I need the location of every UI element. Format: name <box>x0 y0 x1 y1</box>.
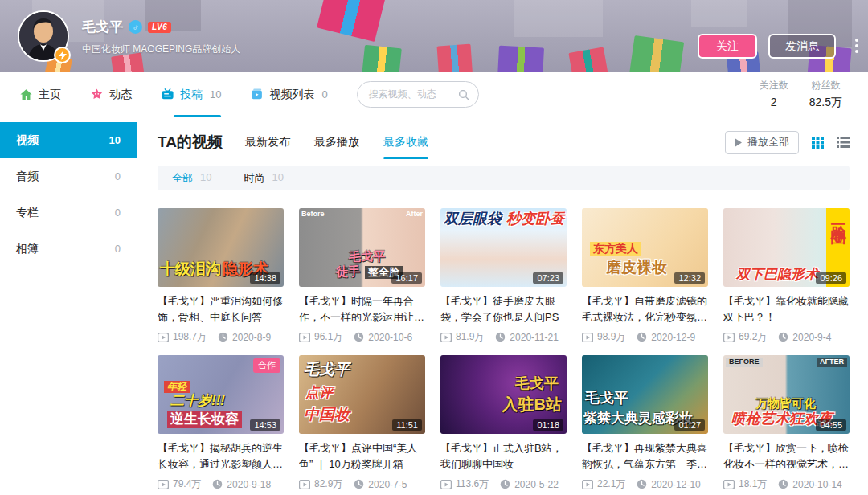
video-duration: 14:53 <box>250 419 280 431</box>
video-title[interactable]: 【毛戈平】自带磨皮滤镜的毛式裸妆法，化完秒变氛围感美女 <box>582 293 708 325</box>
follow-button[interactable]: 关注 <box>698 34 757 59</box>
tab-contributions[interactable]: 投稿 10 <box>161 72 221 117</box>
video-card[interactable]: 09:26 脸小一圈双下巴隐形术 【毛戈平】靠化妆就能隐藏双下巴？！ 69.2万… <box>723 208 850 344</box>
video-card[interactable]: 07:23 双层眼袋秒变卧蚕 【毛戈平】徒手磨皮去眼袋，学会了你也是人间PS 8… <box>440 208 567 344</box>
gift-box-decoration <box>497 46 544 72</box>
list-view-icon[interactable] <box>837 137 850 148</box>
gift-box-decoration <box>568 47 608 72</box>
video-meta: 81.9万 2020-11-21 <box>440 330 567 344</box>
sidebar-item-articles[interactable]: 专栏 0 <box>0 194 137 231</box>
publish-date: 2020-9-18 <box>212 479 271 490</box>
filter-all[interactable]: 全部 10 <box>172 171 211 186</box>
search-input[interactable]: 搜索视频、动态 <box>357 81 479 108</box>
video-duration: 14:38 <box>250 272 280 284</box>
gift-box-decoration <box>629 35 684 72</box>
tab-video-list[interactable]: 视频列表 0 <box>250 72 327 117</box>
video-thumbnail[interactable]: 14:38 十级泪沟隐形术 <box>158 208 284 287</box>
publish-date: 2020-9-4 <box>778 332 831 343</box>
clock-icon <box>778 332 788 342</box>
video-title[interactable]: 【毛戈平】时隔一年再合作，不一样的光影运用让徐老师更俏丽可爱 <box>299 293 425 325</box>
video-title[interactable]: 【毛戈平】点评中国“美人鱼” ｜ 10万粉奖牌开箱 <box>299 440 425 472</box>
video-thumbnail[interactable]: 01:18 毛戈平入驻B站 <box>440 355 567 434</box>
video-thumbnail[interactable]: 01:27 毛戈平紫禁大典灵感彩妆 <box>582 355 708 434</box>
video-duration: 11:51 <box>392 419 422 431</box>
sort-tab-most-played[interactable]: 最多播放 <box>314 129 359 156</box>
video-card[interactable]: 01:18 毛戈平入驻B站 【毛戈平】正式入驻B站，我们聊聊中国妆 113.6万… <box>440 355 567 491</box>
clock-icon <box>637 332 647 342</box>
video-meta: 82.9万 2020-7-5 <box>299 477 425 491</box>
video-thumbnail[interactable]: 07:23 双层眼袋秒变卧蚕 <box>440 208 567 287</box>
banner-decoration <box>514 0 603 37</box>
video-meta: 69.2万 2020-9-4 <box>723 330 850 344</box>
contributions-icon <box>161 88 174 101</box>
thumbnail-overlay-text: 毛戈平 <box>349 250 385 264</box>
play-count: 18.1万 <box>723 477 767 491</box>
send-message-button[interactable]: 发消息 <box>768 34 836 59</box>
play-count-icon <box>440 333 452 342</box>
video-thumbnail[interactable]: 11:51 毛戈平点评中国妆 <box>299 355 425 434</box>
publish-date: 2020-5-22 <box>500 479 559 490</box>
video-title[interactable]: 【毛戈平】揭秘胡兵的逆生长妆容，通过光影塑颜人人都是20岁 <box>158 440 284 472</box>
tab-home[interactable]: 主页 <box>19 72 61 117</box>
thumbnail-overlay-text: After <box>406 211 423 219</box>
video-thumbnail[interactable]: 14:53 合作年轻二十岁!!!逆生长妆容 <box>158 355 284 434</box>
user-avatar[interactable] <box>18 10 69 62</box>
play-count: 69.2万 <box>723 330 767 344</box>
publish-date: 2020-10-6 <box>354 332 412 343</box>
video-title[interactable]: 【毛戈平】欣赏一下，喷枪化妆不一样的视觉艺术，来自杭州毛戈平 <box>723 440 850 472</box>
video-thumbnail[interactable]: 12:32 东方美人磨皮裸妆 <box>582 208 708 287</box>
video-thumbnail[interactable]: 16:17 BeforeAfter毛戈平徒手整全脸 <box>299 208 425 287</box>
thumbnail-overlay-text: 万物皆可化 <box>755 397 816 411</box>
level-badge: LV6 <box>148 22 171 33</box>
sidebar-item-video[interactable]: 视频 10 <box>0 122 137 158</box>
video-meta: 22.1万 2020-12-10 <box>582 477 708 491</box>
publish-date: 2020-8-9 <box>218 332 271 343</box>
video-card[interactable]: 04:55 BEFOREAFTER万物皆可化喷枪艺术狂欢夜 【毛戈平】欣赏一下，… <box>723 355 850 491</box>
play-count-icon <box>723 333 735 342</box>
video-title[interactable]: 【毛戈平】靠化妆就能隐藏双下巴？！ <box>723 293 850 325</box>
grid-view-icon[interactable] <box>812 137 824 149</box>
following-stat[interactable]: 关注数 2 <box>760 79 788 110</box>
play-all-button[interactable]: 播放全部 <box>725 131 799 154</box>
thumbnail-overlay-text: 年轻 <box>164 381 190 393</box>
publish-date: 2020-12-10 <box>637 479 700 490</box>
video-card[interactable]: 14:53 合作年轻二十岁!!!逆生长妆容 【毛戈平】揭秘胡兵的逆生长妆容，通过… <box>158 355 284 491</box>
video-duration: 01:18 <box>533 419 563 431</box>
play-count-icon <box>582 480 593 489</box>
video-meta: 18.1万 2020-10-14 <box>723 477 850 491</box>
video-thumbnail[interactable]: 09:26 脸小一圈双下巴隐形术 <box>723 208 850 287</box>
clock-icon <box>495 332 506 342</box>
collab-badge: 合作 <box>253 358 280 373</box>
clock-icon <box>778 479 788 489</box>
video-card[interactable]: 16:17 BeforeAfter毛戈平徒手整全脸 【毛戈平】时隔一年再合作，不… <box>299 208 425 344</box>
clock-icon <box>500 479 510 489</box>
sidebar-item-audio[interactable]: 音频 0 <box>0 158 137 194</box>
thumbnail-overlay-text: 十级泪沟 <box>160 261 221 278</box>
followers-stat[interactable]: 粉丝数 82.5万 <box>809 79 842 110</box>
clock-icon <box>637 479 647 489</box>
video-title[interactable]: 【毛戈平】再现紫禁大典喜韵恢弘，气蕴东方第三季致敬大国美韵 <box>582 440 708 472</box>
more-menu-icon[interactable] <box>855 39 858 53</box>
video-card[interactable]: 12:32 东方美人磨皮裸妆 【毛戈平】自带磨皮滤镜的毛式裸妆法，化完秒变氛围感… <box>582 208 708 344</box>
video-title[interactable]: 【毛戈平】严重泪沟如何修饰，骨相、中庭长问答 <box>158 293 284 325</box>
video-thumbnail[interactable]: 04:55 BEFOREAFTER万物皆可化喷枪艺术狂欢夜 <box>723 355 850 434</box>
user-name: 毛戈平 <box>82 18 123 36</box>
main-content: TA的视频 最新发布 最多播放 最多收藏 播放全部 全部 10 <box>137 117 868 491</box>
sort-tab-newest[interactable]: 最新发布 <box>245 129 290 156</box>
filter-fashion[interactable]: 时尚 10 <box>244 171 283 186</box>
video-card[interactable]: 01:27 毛戈平紫禁大典灵感彩妆 【毛戈平】再现紫禁大典喜韵恢弘，气蕴东方第三… <box>582 355 708 491</box>
video-title[interactable]: 【毛戈平】徒手磨皮去眼袋，学会了你也是人间PS <box>440 293 567 325</box>
play-count: 82.9万 <box>299 477 342 491</box>
publish-date: 2020-11-21 <box>495 332 559 343</box>
video-card[interactable]: 14:38 十级泪沟隐形术 【毛戈平】严重泪沟如何修饰，骨相、中庭长问答 198… <box>158 208 284 344</box>
video-card[interactable]: 11:51 毛戈平点评中国妆 【毛戈平】点评中国“美人鱼” ｜ 10万粉奖牌开箱… <box>299 355 425 491</box>
search-icon[interactable] <box>457 88 470 101</box>
sort-tab-most-favorited[interactable]: 最多收藏 <box>383 129 428 156</box>
banner-decoration <box>691 0 747 27</box>
sidebar-item-albums[interactable]: 相簿 0 <box>0 231 137 267</box>
thumbnail-overlay-text: 徒手 <box>336 265 360 279</box>
tab-dynamics[interactable]: 动态 <box>90 72 132 117</box>
thumbnail-overlay-text: 点评 <box>305 386 333 401</box>
video-title[interactable]: 【毛戈平】正式入驻B站，我们聊聊中国妆 <box>440 440 567 472</box>
video-list-icon <box>250 88 264 101</box>
